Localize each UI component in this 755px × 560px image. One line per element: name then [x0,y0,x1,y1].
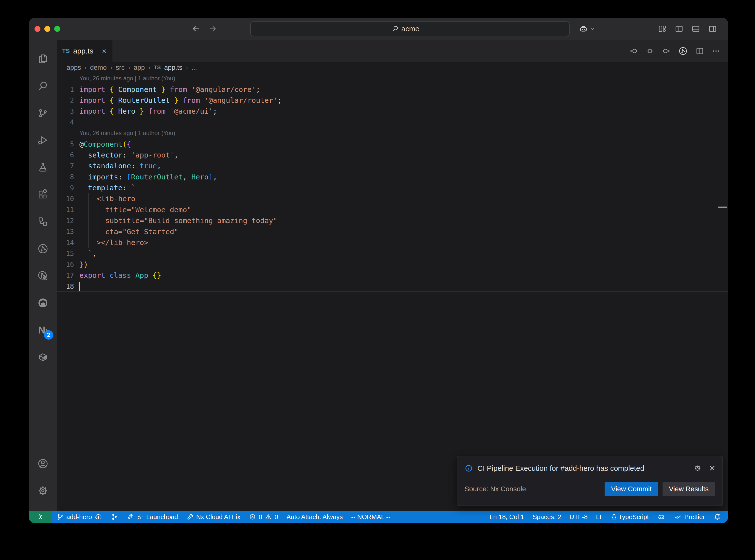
code-line: 1import { Component } from '@angular/cor… [57,84,728,95]
remote-indicator[interactable] [29,511,52,523]
rocket-icon [126,513,134,521]
code-line: 12 subtitle="Build something amazing tod… [57,215,728,226]
encoding-label: UTF-8 [570,513,588,521]
indentation-label: Spaces: 2 [533,513,561,521]
code-line: 13 cta="Get Started" [57,226,728,237]
breadcrumb-apps[interactable]: apps [66,64,81,72]
copilot-icon [578,24,588,34]
navigate-back-icon[interactable] [629,46,638,56]
gitlens-inspect-icon[interactable] [29,262,57,289]
status-bar: add-hero Launchpad [29,511,728,523]
code-editor[interactable]: You, 26 minutes ago | 1 author (You)1imp… [57,73,728,511]
git-compare-status-item[interactable] [106,511,122,523]
cursor-position-status-item[interactable]: Ln 18, Col 1 [485,511,529,523]
formatter-status-item[interactable]: Prettier [670,511,709,523]
eol-status-item[interactable]: LF [592,511,608,523]
launchpad-label: Launchpad [146,513,178,521]
plug-icon [136,513,144,521]
language-status-item[interactable]: {} TypeScript [608,511,653,523]
back-arrow-icon[interactable] [192,25,200,33]
breadcrumb-app[interactable]: app [134,64,145,72]
auto-attach-label: Auto Attach: Always [286,513,343,521]
notification-settings-gear-icon[interactable] [694,464,701,472]
explorer-icon[interactable] [29,45,57,73]
run-debug-icon[interactable] [29,127,57,154]
accounts-icon[interactable] [29,450,57,477]
copilot-menu[interactable] [578,18,595,40]
search-input[interactable] [401,25,429,33]
gitlens-icon[interactable] [29,235,57,262]
code-line: 11 title="Welcmoe demo" [57,204,728,215]
view-results-button[interactable]: View Results [662,482,715,496]
text-cursor [79,282,80,291]
code-line: 18 [57,281,728,292]
formatter-label: Prettier [684,513,705,521]
vim-mode-status-item[interactable]: -- NORMAL -- [347,511,395,523]
bell-icon [713,513,721,521]
edge-tools-icon[interactable] [29,289,57,317]
nx-cloud-status-item[interactable]: Nx Cloud AI Fix [182,511,244,523]
code-line: 15 `, [57,248,728,259]
notification-toast: CI Pipeline Execution for #add-hero has … [457,456,723,506]
editor-actions [629,40,720,62]
copilot-icon [657,513,665,521]
forward-arrow-icon[interactable] [208,25,217,33]
search-view-icon[interactable] [29,73,57,100]
maximize-window-button[interactable] [54,26,60,32]
eol-label: LF [596,513,603,521]
notification-close-icon[interactable]: × [709,463,715,474]
indentation-status-item[interactable]: Spaces: 2 [529,511,565,523]
code-line: 6 selector: 'app-root', [57,149,728,160]
breadcrumb-src[interactable]: src [116,64,124,72]
settings-gear-icon[interactable] [29,477,57,504]
typescript-file-icon: TS [154,64,161,71]
tab-app-ts[interactable]: TS app.ts × [57,40,113,62]
close-window-button[interactable] [35,26,40,32]
commit-graph-icon[interactable] [678,46,688,56]
command-center-search[interactable] [250,21,570,36]
extensions-icon[interactable] [29,181,57,208]
error-count: 0 [259,513,262,521]
auto-attach-status-item[interactable]: Auto Attach: Always [282,511,347,523]
chevron-right-icon: › [110,64,113,72]
encoding-status-item[interactable]: UTF-8 [565,511,592,523]
braces-icon: {} [612,514,616,521]
source-control-icon[interactable] [29,100,57,127]
breadcrumb-file[interactable]: app.ts [164,64,182,72]
breadcrumb-more[interactable]: ... [191,64,197,72]
launchpad-status-item[interactable]: Launchpad [122,511,182,523]
nx-console-icon[interactable]: N› 2 [29,317,57,344]
tab-close-icon[interactable]: × [102,46,106,56]
navigate-forward-icon[interactable] [662,46,671,56]
project-hierarchy-icon[interactable] [29,208,57,235]
problems-status-item[interactable]: 0 0 [244,511,282,523]
notifications-bell[interactable] [709,511,726,523]
breadcrumb-demo[interactable]: demo [90,64,107,72]
copilot-status-item[interactable] [653,511,670,523]
code-line: 5@Component({ [57,139,728,149]
containers-icon[interactable] [29,344,57,371]
code-line: 10 <lib-hero [57,193,728,204]
view-commit-button[interactable]: View Commit [604,482,658,496]
chevron-right-icon: › [186,64,188,72]
split-editor-icon[interactable] [695,46,704,56]
testing-icon[interactable] [29,154,57,181]
toggle-panel-icon[interactable] [691,24,700,33]
toggle-primary-sidebar-icon[interactable] [675,24,683,33]
title-bar [29,18,728,40]
customize-layout-icon[interactable] [658,24,667,33]
notification-source: Source: Nx Console [464,485,604,493]
chevron-down-icon [590,26,595,31]
current-change-icon[interactable] [645,46,654,56]
toggle-secondary-sidebar-icon[interactable] [708,24,717,33]
warning-icon [264,513,272,521]
more-actions-icon[interactable] [712,46,720,56]
code-line: 14 ></lib-hero> [57,237,728,248]
branch-status-item[interactable]: add-hero [52,511,106,523]
code-line: 9 template: ` [57,182,728,193]
window-controls [35,18,60,40]
chevron-right-icon: › [84,64,87,72]
code-line: 17export class App {} [57,270,728,281]
overview-ruler-mark [718,206,727,208]
minimize-window-button[interactable] [44,26,50,32]
